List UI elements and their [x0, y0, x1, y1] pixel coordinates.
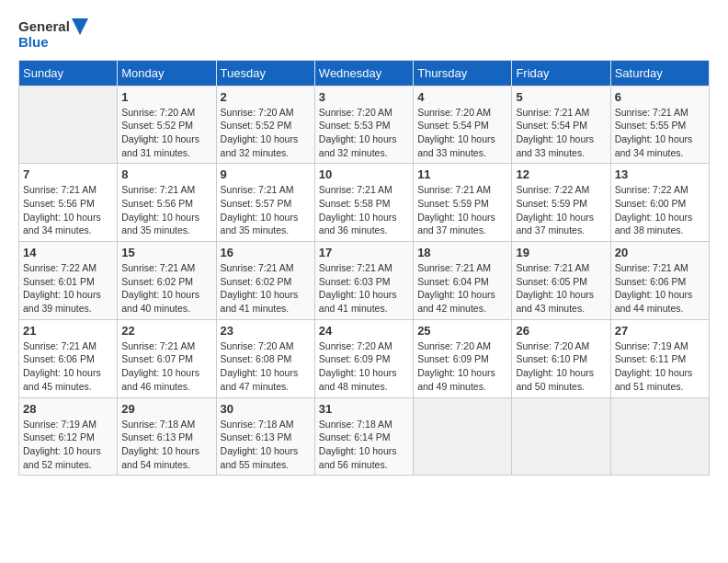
day-number: 10	[319, 167, 409, 181]
calendar-cell: 25Sunrise: 7:20 AMSunset: 6:09 PMDayligh…	[414, 319, 512, 397]
day-number: 27	[615, 324, 705, 338]
day-info: Sunrise: 7:21 AMSunset: 5:57 PMDaylight:…	[221, 183, 311, 237]
calendar-cell: 10Sunrise: 7:21 AMSunset: 5:58 PMDayligh…	[314, 164, 413, 242]
day-number: 21	[23, 324, 113, 338]
calendar-cell: 17Sunrise: 7:21 AMSunset: 6:03 PMDayligh…	[314, 242, 413, 320]
logo: General Blue	[18, 18, 88, 51]
day-number: 11	[417, 167, 507, 181]
day-info: Sunrise: 7:21 AMSunset: 6:04 PMDaylight:…	[417, 261, 507, 316]
logo-text: General Blue	[18, 18, 88, 51]
day-number: 29	[121, 402, 211, 416]
calendar-table: SundayMondayTuesdayWednesdayThursdayFrid…	[18, 60, 710, 477]
day-number: 28	[23, 402, 113, 416]
day-info: Sunrise: 7:21 AMSunset: 5:55 PMDaylight:…	[615, 106, 705, 160]
day-info: Sunrise: 7:18 AMSunset: 6:14 PMDaylight:…	[319, 418, 409, 472]
calendar-cell	[610, 397, 709, 476]
day-number: 24	[319, 324, 409, 338]
calendar-cell: 21Sunrise: 7:21 AMSunset: 6:06 PMDayligh…	[19, 319, 118, 397]
day-number: 30	[221, 402, 311, 416]
calendar-cell: 6Sunrise: 7:21 AMSunset: 5:55 PMDaylight…	[610, 86, 709, 164]
day-info: Sunrise: 7:20 AMSunset: 5:54 PMDaylight:…	[417, 106, 507, 160]
calendar-cell: 24Sunrise: 7:20 AMSunset: 6:09 PMDayligh…	[314, 319, 413, 397]
day-number: 1	[121, 90, 211, 104]
day-info: Sunrise: 7:21 AMSunset: 6:07 PMDaylight:…	[121, 339, 211, 394]
day-info: Sunrise: 7:21 AMSunset: 5:59 PMDaylight:…	[417, 183, 507, 237]
day-number: 6	[615, 90, 705, 104]
day-number: 18	[417, 246, 507, 259]
day-number: 19	[516, 246, 606, 259]
day-info: Sunrise: 7:21 AMSunset: 6:03 PMDaylight:…	[319, 261, 409, 316]
calendar-cell: 9Sunrise: 7:21 AMSunset: 5:57 PMDaylight…	[216, 164, 314, 242]
day-info: Sunrise: 7:21 AMSunset: 6:05 PMDaylight:…	[516, 261, 606, 316]
day-number: 20	[615, 246, 705, 259]
day-number: 25	[417, 324, 507, 338]
day-number: 12	[516, 167, 606, 181]
calendar-cell: 5Sunrise: 7:21 AMSunset: 5:54 PMDaylight…	[512, 86, 610, 164]
logo-blue: Blue	[18, 35, 88, 51]
day-number: 4	[417, 90, 507, 104]
calendar-cell: 19Sunrise: 7:21 AMSunset: 6:05 PMDayligh…	[512, 242, 610, 320]
calendar-cell: 14Sunrise: 7:22 AMSunset: 6:01 PMDayligh…	[19, 242, 118, 320]
calendar-cell: 29Sunrise: 7:18 AMSunset: 6:13 PMDayligh…	[118, 397, 216, 476]
logo-arrow-icon	[72, 18, 88, 35]
day-info: Sunrise: 7:22 AMSunset: 6:00 PMDaylight:…	[615, 183, 705, 237]
calendar-cell: 22Sunrise: 7:21 AMSunset: 6:07 PMDayligh…	[118, 319, 216, 397]
weekday-header-tuesday: Tuesday	[216, 60, 314, 86]
day-number: 15	[121, 246, 211, 259]
day-info: Sunrise: 7:19 AMSunset: 6:12 PMDaylight:…	[23, 418, 113, 472]
day-info: Sunrise: 7:20 AMSunset: 5:52 PMDaylight:…	[221, 106, 311, 160]
calendar-cell: 11Sunrise: 7:21 AMSunset: 5:59 PMDayligh…	[414, 164, 512, 242]
day-info: Sunrise: 7:22 AMSunset: 5:59 PMDaylight:…	[516, 183, 606, 237]
calendar-cell: 3Sunrise: 7:20 AMSunset: 5:53 PMDaylight…	[314, 86, 413, 164]
calendar-cell: 15Sunrise: 7:21 AMSunset: 6:02 PMDayligh…	[118, 242, 216, 320]
day-info: Sunrise: 7:21 AMSunset: 5:56 PMDaylight:…	[23, 183, 113, 237]
day-number: 23	[221, 324, 311, 338]
calendar-cell: 28Sunrise: 7:19 AMSunset: 6:12 PMDayligh…	[19, 397, 118, 476]
day-info: Sunrise: 7:20 AMSunset: 6:10 PMDaylight:…	[516, 339, 606, 394]
day-info: Sunrise: 7:21 AMSunset: 6:06 PMDaylight:…	[23, 339, 113, 394]
day-number: 16	[221, 246, 311, 259]
day-number: 26	[516, 324, 606, 338]
weekday-header-saturday: Saturday	[610, 60, 709, 86]
calendar-cell: 31Sunrise: 7:18 AMSunset: 6:14 PMDayligh…	[314, 397, 413, 476]
day-number: 5	[516, 90, 606, 104]
calendar-cell	[19, 86, 118, 164]
day-info: Sunrise: 7:20 AMSunset: 5:52 PMDaylight:…	[121, 106, 211, 160]
day-number: 13	[615, 167, 705, 181]
day-number: 7	[23, 167, 113, 181]
day-number: 22	[121, 324, 211, 338]
calendar-cell: 26Sunrise: 7:20 AMSunset: 6:10 PMDayligh…	[512, 319, 610, 397]
weekday-header-monday: Monday	[118, 60, 216, 86]
day-number: 17	[319, 246, 409, 259]
day-info: Sunrise: 7:21 AMSunset: 5:56 PMDaylight:…	[121, 183, 211, 237]
calendar-cell: 7Sunrise: 7:21 AMSunset: 5:56 PMDaylight…	[19, 164, 118, 242]
page-header: General Blue	[18, 18, 710, 51]
calendar-cell	[512, 397, 610, 476]
day-info: Sunrise: 7:20 AMSunset: 6:09 PMDaylight:…	[319, 339, 409, 394]
day-number: 14	[23, 246, 113, 259]
calendar-cell	[414, 397, 512, 476]
calendar-cell: 18Sunrise: 7:21 AMSunset: 6:04 PMDayligh…	[414, 242, 512, 320]
calendar-cell: 27Sunrise: 7:19 AMSunset: 6:11 PMDayligh…	[610, 319, 709, 397]
day-info: Sunrise: 7:21 AMSunset: 6:06 PMDaylight:…	[615, 261, 705, 316]
calendar-cell: 30Sunrise: 7:18 AMSunset: 6:13 PMDayligh…	[216, 397, 314, 476]
day-info: Sunrise: 7:21 AMSunset: 5:54 PMDaylight:…	[516, 106, 606, 160]
calendar-cell: 23Sunrise: 7:20 AMSunset: 6:08 PMDayligh…	[216, 319, 314, 397]
calendar-cell: 20Sunrise: 7:21 AMSunset: 6:06 PMDayligh…	[610, 242, 709, 320]
calendar-cell: 2Sunrise: 7:20 AMSunset: 5:52 PMDaylight…	[216, 86, 314, 164]
weekday-header-wednesday: Wednesday	[314, 60, 413, 86]
day-info: Sunrise: 7:21 AMSunset: 5:58 PMDaylight:…	[319, 183, 409, 237]
day-info: Sunrise: 7:21 AMSunset: 6:02 PMDaylight:…	[121, 261, 211, 316]
day-info: Sunrise: 7:18 AMSunset: 6:13 PMDaylight:…	[221, 418, 311, 472]
day-info: Sunrise: 7:19 AMSunset: 6:11 PMDaylight:…	[615, 339, 705, 394]
day-number: 3	[319, 90, 409, 104]
calendar-cell: 13Sunrise: 7:22 AMSunset: 6:00 PMDayligh…	[610, 164, 709, 242]
weekday-header-thursday: Thursday	[414, 60, 512, 86]
logo-general: General	[18, 19, 70, 35]
day-number: 9	[221, 167, 311, 181]
calendar-cell: 12Sunrise: 7:22 AMSunset: 5:59 PMDayligh…	[512, 164, 610, 242]
svg-marker-0	[72, 18, 88, 35]
calendar-cell: 16Sunrise: 7:21 AMSunset: 6:02 PMDayligh…	[216, 242, 314, 320]
calendar-cell: 1Sunrise: 7:20 AMSunset: 5:52 PMDaylight…	[118, 86, 216, 164]
weekday-header-sunday: Sunday	[19, 60, 118, 86]
